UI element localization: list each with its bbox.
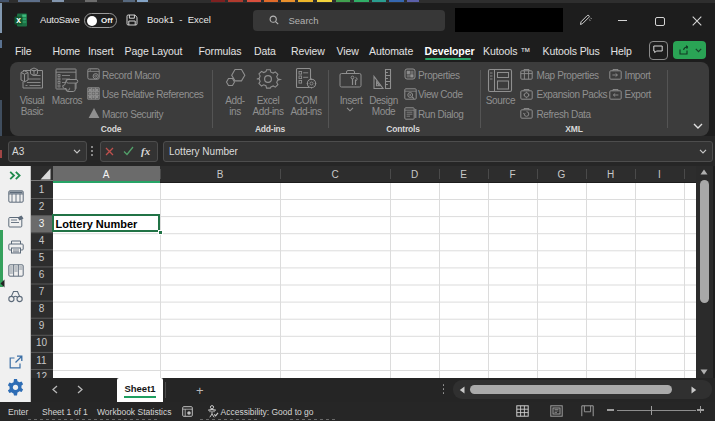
svg-text:x: x [16,15,21,25]
